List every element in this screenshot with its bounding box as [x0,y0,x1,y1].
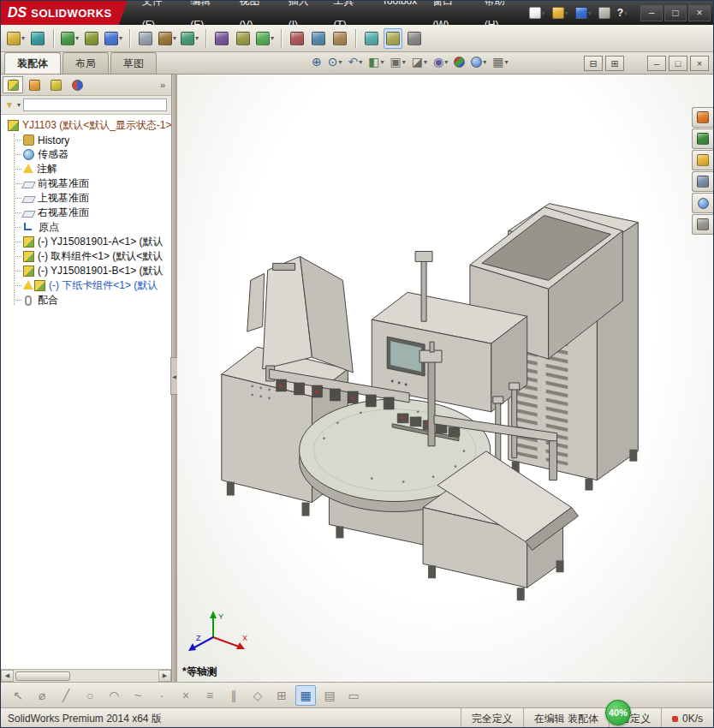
interference-detection-icon[interactable] [288,28,306,49]
zoom-to-area-icon[interactable]: ⊙▾ [325,55,345,69]
mate-icon[interactable] [28,28,47,49]
smart-fasteners-icon[interactable] [82,28,101,49]
spline-tool-icon[interactable]: ~ [128,685,148,706]
tree-item-12[interactable]: 配合 [3,293,171,307]
tree-item-label: 传感器 [38,147,68,162]
scroll-thumb[interactable] [15,671,70,681]
split-horizontal-icon[interactable]: ⊟ [584,56,603,71]
rapid-sketch-icon[interactable]: ▭ [343,685,364,706]
tree-item-7[interactable]: 原点 [3,220,171,235]
tab-1[interactable]: 布局 [62,52,109,74]
section-view-icon[interactable]: ◧▾ [366,55,386,69]
sketch-table-icon[interactable]: ▤ [319,685,340,706]
close-button[interactable]: × [688,5,711,21]
tree-item-5[interactable]: 上视基准面 [3,191,171,206]
trim-entities-icon[interactable]: × [176,685,196,706]
smart-dimension-icon[interactable]: ⌀ [32,685,52,706]
displaymanager-tab-icon[interactable] [67,76,87,93]
display-grid-icon[interactable]: ▦ [295,685,316,706]
view-palette-icon[interactable] [692,171,713,192]
restore-button[interactable]: □ [664,5,687,21]
clearance-verification-icon[interactable] [309,28,328,49]
edit-appearance-icon[interactable] [451,56,467,69]
assembly-model[interactable] [177,75,713,682]
assembly-features-icon[interactable]: ▾ [158,28,177,49]
arc-tool-icon: ◠ [109,689,119,701]
move-component-icon[interactable]: ▾ [104,28,123,49]
net-speed-value: 0K/s [682,713,703,725]
tree-item-1[interactable]: History [3,133,171,147]
tree-item-11[interactable]: (-) 下纸卡组件<1> (默认 [3,278,171,293]
open-document-icon[interactable]: ▾ [550,5,571,21]
tree-item-2[interactable]: 传感器 [3,147,171,162]
progress-badge[interactable]: 40% [605,700,631,725]
restore-doc-icon[interactable]: □ [669,56,687,71]
tree-item-3[interactable]: 注解 [3,162,171,176]
scroll-right-arrow[interactable]: ▶ [158,670,171,682]
filter-dropdown-icon[interactable]: ▾ [17,101,21,109]
large-assembly-mode-icon[interactable] [405,28,424,49]
hole-alignment-icon[interactable] [330,28,349,49]
configurationmanager-tab-icon[interactable] [45,76,66,93]
menu-item-7[interactable]: 帮助(H) [477,0,527,37]
split-vertical-icon[interactable]: ⊞ [605,56,624,71]
help-icon[interactable]: ?▾ [615,6,630,20]
tree-item-label: 配合 [38,293,58,307]
filter-input[interactable] [23,98,167,111]
tree-item-6[interactable]: 右视基准面 [3,206,171,220]
menu-item-6[interactable]: 窗口(W) [425,0,476,37]
mirror-entities-icon[interactable]: ◇ [247,685,268,706]
scroll-left-arrow[interactable]: ◀ [1,670,14,682]
select-tool-icon[interactable]: ↖ [8,685,28,706]
insert-components-icon[interactable]: ▾ [6,28,26,49]
tree-item-0[interactable]: YJ1103 (默认<默认_显示状态-1>) [3,118,171,133]
appearances-scenes-icon[interactable] [692,193,713,213]
circle-tool-icon[interactable]: ○ [80,685,100,706]
minimize-button[interactable]: – [640,5,663,21]
displaymanager-tab-icon [72,80,83,91]
view-orientation-icon[interactable]: ▣▾ [387,55,408,69]
line-tool-icon: ╱ [62,689,69,701]
minimize-doc-icon[interactable]: – [647,56,666,71]
offset-entities-icon[interactable]: ∥ [223,685,244,706]
propertymanager-tab-icon[interactable] [24,76,45,93]
file-explorer-icon[interactable] [692,150,713,170]
close-doc-icon[interactable]: × [690,56,709,71]
zoom-to-fit-icon[interactable]: ⊕ [309,55,324,69]
save-document-icon[interactable]: ▾ [573,5,594,21]
tab-0[interactable]: 装配体 [4,52,61,74]
previous-view-icon[interactable]: ↶▾ [345,55,365,69]
resources-home-icon[interactable] [692,107,713,128]
convert-entities-icon[interactable]: ≡ [199,685,220,706]
arc-tool-icon[interactable]: ◠ [104,685,124,706]
custom-properties-icon[interactable] [692,214,713,235]
reference-geometry-icon[interactable]: ▾ [180,28,199,49]
tab-2[interactable]: 草图 [110,52,157,74]
instant3d-icon[interactable] [384,28,402,49]
point-tool-icon[interactable]: · [152,685,172,706]
featuremanager-tab-icon[interactable] [3,76,23,93]
tree-item-4[interactable]: 前视基准面 [3,176,171,191]
tree-item-10[interactable]: (-) YJ15081901-B<1> (默认 [3,264,171,278]
assembly-visualization-icon[interactable] [362,28,381,49]
panel-tabs-overflow[interactable]: » [156,80,170,90]
display-style-icon[interactable]: ◪▾ [409,55,430,69]
filter-funnel-icon[interactable]: ▼ [5,100,14,110]
tree-item-9[interactable]: (-) 取料组件<1> (默认<默认 [3,249,171,264]
view-settings-icon[interactable]: ▦▾ [490,55,510,69]
print-icon[interactable] [596,5,613,21]
tree-item-8[interactable]: (-) YJ15081901-A<1> (默认 [3,235,171,249]
sketch-pattern-icon[interactable]: ⊞ [271,685,292,706]
show-hidden-components-icon[interactable] [136,28,155,49]
dropdown-arrow-icon: ▾ [483,58,486,66]
new-motion-study-icon[interactable] [212,28,231,49]
line-tool-icon[interactable]: ╱ [56,685,76,706]
exploded-view-icon[interactable]: ▾ [255,28,275,49]
hide-show-items-icon[interactable]: ◉▾ [431,55,450,69]
bill-of-materials-icon[interactable] [234,28,253,49]
new-document-icon[interactable]: ▾ [527,5,548,21]
linear-component-pattern-icon[interactable]: ▾ [60,28,80,49]
apply-scene-icon[interactable]: ▾ [468,56,489,69]
save-document-icon [575,7,587,19]
design-library-icon[interactable] [692,128,713,149]
